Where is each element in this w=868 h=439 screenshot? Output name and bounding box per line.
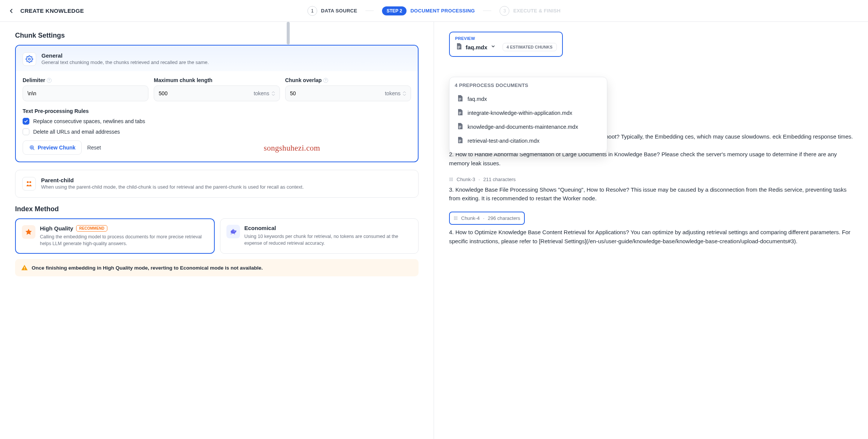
svg-marker-6 bbox=[26, 229, 32, 235]
chunk-4-id: Chunk-4 bbox=[461, 215, 480, 221]
svg-point-12 bbox=[451, 178, 451, 178]
chunk-settings-title: Chunk Settings bbox=[15, 32, 419, 40]
help-icon[interactable]: ? bbox=[47, 78, 52, 83]
piggy-icon bbox=[226, 225, 240, 238]
dot: · bbox=[483, 215, 484, 221]
svg-point-25 bbox=[457, 218, 457, 219]
chunk-4: Chunk-4 · 296 characters 4. How to Optim… bbox=[449, 212, 853, 245]
overlap-label: Chunk overlap bbox=[285, 77, 322, 83]
number-spinner[interactable] bbox=[403, 91, 406, 96]
step-3-label: EXECUTE & FINISH bbox=[513, 8, 561, 14]
rule2-label: Delete all URLs and email addresses bbox=[33, 129, 120, 135]
dropdown-item[interactable]: integrate-knowledge-within-application.m… bbox=[455, 106, 602, 120]
hq-title: High Quality bbox=[40, 225, 73, 232]
scrollbar[interactable] bbox=[287, 22, 290, 44]
grip-icon[interactable] bbox=[454, 216, 458, 220]
stepper: 1 DATA SOURCE STEP 2 DOCUMENT PROCESSING… bbox=[307, 6, 561, 16]
svg-point-0 bbox=[29, 58, 31, 60]
svg-line-2 bbox=[33, 149, 34, 150]
svg-point-16 bbox=[452, 179, 453, 180]
warning-icon bbox=[21, 264, 28, 271]
svg-rect-9 bbox=[24, 267, 25, 269]
svg-point-18 bbox=[451, 180, 451, 181]
svg-point-11 bbox=[449, 178, 450, 178]
overlap-input[interactable]: tokens bbox=[285, 85, 411, 101]
eco-desc: Using 10 keywords per chunk for retrieva… bbox=[245, 233, 413, 247]
preview-label: PREVIEW bbox=[455, 36, 557, 41]
general-card-header: General General text chunking mode, the … bbox=[16, 46, 418, 71]
rule2-checkbox[interactable] bbox=[23, 128, 29, 135]
back-arrow-icon[interactable] bbox=[8, 7, 15, 15]
svg-point-22 bbox=[457, 216, 457, 217]
svg-point-3 bbox=[31, 146, 32, 148]
dropdown-title: 4 PREPROCESS DOCUMENTS bbox=[455, 82, 602, 88]
step-document-processing[interactable]: STEP 2 DOCUMENT PROCESSING bbox=[382, 6, 475, 15]
step-2-pill: STEP 2 bbox=[382, 6, 406, 15]
chunk-4-text: 4. How to Optimize Knowledge Base Conten… bbox=[449, 228, 853, 245]
economical-card[interactable]: Economical Using 10 keywords per chunk f… bbox=[220, 218, 419, 254]
svg-point-5 bbox=[29, 181, 31, 183]
chunk-3-text: 3. Knowledge Base File Processing Shows … bbox=[449, 185, 853, 203]
high-quality-card[interactable]: High Quality RECOMMEND Calling the embed… bbox=[15, 218, 215, 254]
preview-chunk-label: Preview Chunk bbox=[38, 145, 75, 151]
svg-point-8 bbox=[234, 231, 234, 232]
step-divider bbox=[365, 11, 374, 11]
step-3-number: 3 bbox=[500, 6, 510, 16]
document-icon bbox=[456, 95, 464, 103]
svg-point-20 bbox=[454, 216, 455, 217]
svg-point-13 bbox=[452, 178, 453, 178]
svg-point-28 bbox=[457, 219, 457, 220]
svg-point-15 bbox=[451, 179, 451, 180]
svg-point-4 bbox=[27, 181, 29, 183]
preview-box: PREVIEW faq.mdx 4 ESTIMATED CHUNKS bbox=[449, 32, 563, 57]
step-data-source[interactable]: 1 DATA SOURCE bbox=[307, 6, 357, 16]
document-icon bbox=[456, 108, 464, 117]
parent-child-desc: When using the parent-child mode, the ch… bbox=[41, 184, 304, 190]
step-divider bbox=[483, 11, 492, 11]
grip-icon[interactable] bbox=[449, 177, 453, 181]
delimiter-label: Delimiter bbox=[23, 77, 45, 83]
document-icon bbox=[455, 43, 463, 52]
step-1-label: DATA SOURCE bbox=[321, 8, 357, 14]
dropdown-item-label: retrieval-test-and-citation.mdx bbox=[468, 138, 539, 144]
chunk-3: Chunk-3 · 211 characters 3. Knowledge Ba… bbox=[449, 177, 853, 203]
preview-file-name[interactable]: faq.mdx bbox=[466, 44, 487, 50]
svg-rect-10 bbox=[24, 269, 25, 270]
chevron-down-icon[interactable] bbox=[491, 44, 496, 50]
dropdown-item-label: faq.mdx bbox=[468, 96, 487, 102]
page-title: CREATE KNOWLEDGE bbox=[20, 8, 84, 14]
dropdown-item[interactable]: faq.mdx bbox=[455, 92, 602, 106]
step-execute-finish[interactable]: 3 EXECUTE & FINISH bbox=[500, 6, 561, 16]
chunk-3-id: Chunk-3 bbox=[457, 177, 475, 182]
eco-title: Economical bbox=[245, 225, 413, 231]
reset-button[interactable]: Reset bbox=[87, 145, 101, 151]
right-panel: PREVIEW faq.mdx 4 ESTIMATED CHUNKS 4 PRE… bbox=[434, 22, 868, 439]
svg-point-23 bbox=[454, 218, 455, 219]
parent-child-card[interactable]: Parent-child When using the parent-child… bbox=[15, 170, 419, 198]
help-icon[interactable]: ? bbox=[323, 78, 328, 83]
rule1-label: Replace consecutive spaces, newlines and… bbox=[33, 118, 145, 124]
recommend-badge: RECOMMEND bbox=[76, 225, 107, 232]
rule1-checkbox[interactable] bbox=[23, 118, 29, 125]
svg-point-27 bbox=[455, 219, 456, 220]
svg-point-14 bbox=[449, 179, 450, 180]
maxlen-input[interactable]: tokens bbox=[154, 85, 280, 101]
general-card[interactable]: General General text chunking mode, the … bbox=[15, 45, 419, 162]
svg-point-21 bbox=[455, 216, 456, 217]
dot: · bbox=[478, 177, 480, 182]
dropdown-item[interactable]: retrieval-test-and-citation.mdx bbox=[455, 134, 602, 148]
gear-icon bbox=[23, 52, 36, 66]
dropdown-item-label: knowledge-and-documents-maintenance.mdx bbox=[468, 124, 578, 130]
dropdown-item[interactable]: knowledge-and-documents-maintenance.mdx bbox=[455, 120, 602, 134]
number-spinner[interactable] bbox=[272, 91, 275, 96]
index-method-title: Index Method bbox=[15, 205, 419, 213]
preview-chunk-button[interactable]: Preview Chunk bbox=[23, 140, 82, 155]
general-desc: General text chunking mode, the chunks r… bbox=[41, 59, 209, 65]
dropdown-item-label: integrate-knowledge-within-application.m… bbox=[468, 110, 572, 116]
svg-point-24 bbox=[455, 218, 456, 219]
delimiter-input[interactable] bbox=[23, 85, 148, 101]
svg-point-17 bbox=[449, 180, 450, 181]
parent-child-icon bbox=[22, 177, 36, 191]
general-title: General bbox=[41, 52, 209, 59]
star-icon bbox=[22, 225, 35, 239]
